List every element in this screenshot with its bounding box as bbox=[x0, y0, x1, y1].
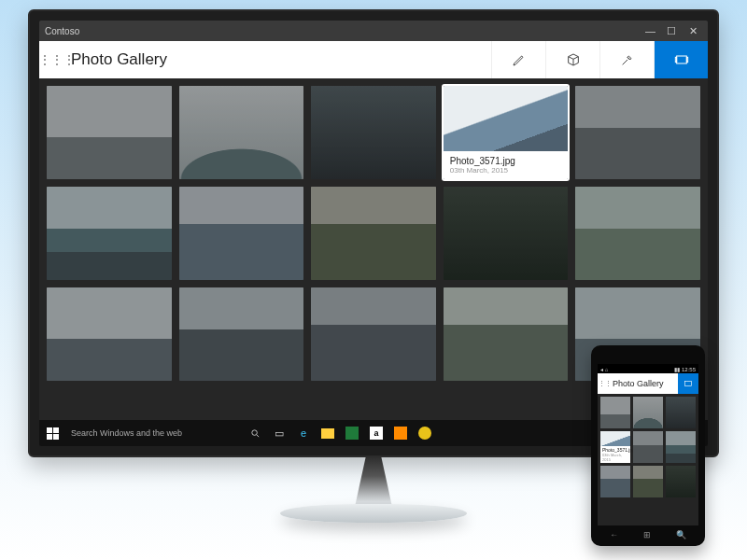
minimize-button[interactable]: — bbox=[641, 25, 659, 36]
phone-app-title: Photo Gallery bbox=[613, 379, 678, 388]
app-toolbar: ⋮⋮⋮ Photo Gallery bbox=[39, 41, 708, 78]
photo-grid: Photo_3571.jpg 03th March, 2015 bbox=[47, 86, 700, 381]
photo-thumbnail[interactable] bbox=[311, 187, 436, 280]
phone-device: ◂ ⌂ ▮▮ 12:55 ⋮⋮ Photo Gallery Photo_3571… bbox=[591, 345, 705, 546]
photo-thumbnail[interactable] bbox=[633, 431, 663, 463]
edit-button[interactable] bbox=[491, 41, 545, 78]
phone-photo-grid[interactable]: Photo_3571.jpg 03th March, 2015 bbox=[598, 394, 698, 500]
svg-rect-4 bbox=[685, 382, 692, 386]
photo-thumbnail[interactable] bbox=[311, 287, 436, 381]
photo-thumbnail[interactable] bbox=[666, 466, 696, 497]
taskbar-app-edge[interactable]: e bbox=[291, 420, 316, 446]
photo-thumbnail[interactable] bbox=[47, 86, 172, 179]
window-controls: — ☐ ✕ bbox=[641, 25, 702, 37]
photo-thumbnail[interactable] bbox=[179, 287, 304, 381]
phone-back-button[interactable]: ← bbox=[610, 530, 618, 539]
photo-caption: Photo_3571.jpg 03th March, 2015 bbox=[600, 446, 630, 463]
slideshow-icon bbox=[674, 52, 689, 67]
taskbar-search[interactable]: Search Windows and the web bbox=[65, 428, 243, 438]
hamburger-menu-icon[interactable]: ⋮⋮⋮ bbox=[39, 53, 71, 66]
windows-logo-icon bbox=[47, 427, 59, 440]
taskbar-app-explorer[interactable] bbox=[321, 428, 334, 439]
photo-thumbnail[interactable] bbox=[444, 287, 569, 381]
phone-screen: ◂ ⌂ ▮▮ 12:55 ⋮⋮ Photo Gallery Photo_3571… bbox=[598, 364, 698, 525]
taskbar-app-amazon[interactable]: a bbox=[370, 427, 383, 440]
photo-thumbnail[interactable] bbox=[47, 287, 172, 381]
photo-thumbnail[interactable] bbox=[600, 397, 630, 428]
taskbar-app-globe[interactable] bbox=[418, 427, 431, 440]
photo-thumbnail[interactable] bbox=[575, 86, 700, 179]
svg-rect-0 bbox=[676, 56, 686, 63]
taskbar-app-cube[interactable] bbox=[394, 427, 407, 440]
maximize-button[interactable]: ☐ bbox=[662, 25, 681, 37]
phone-search-button[interactable]: 🔍 bbox=[676, 530, 686, 539]
photo-thumbnail[interactable] bbox=[311, 86, 436, 179]
search-icon[interactable] bbox=[243, 420, 267, 446]
photo-thumbnail[interactable] bbox=[444, 187, 569, 280]
cube-icon bbox=[566, 52, 581, 67]
phone-app-toolbar: ⋮⋮ Photo Gallery bbox=[598, 373, 698, 394]
slideshow-icon bbox=[684, 379, 693, 388]
window-titlebar[interactable]: Contoso — ☐ ✕ bbox=[39, 21, 708, 41]
task-view-icon[interactable]: ▭ bbox=[267, 420, 291, 446]
close-button[interactable]: ✕ bbox=[684, 25, 702, 37]
phone-hamburger-icon[interactable]: ⋮⋮ bbox=[598, 380, 613, 387]
photo-thumbnail[interactable] bbox=[575, 187, 700, 280]
photo-thumbnail[interactable] bbox=[47, 187, 172, 280]
monitor-stand bbox=[280, 455, 467, 539]
svg-rect-2 bbox=[686, 57, 687, 62]
photo-filename: Photo_3571.jpg bbox=[450, 156, 562, 166]
photo-thumbnail-selected[interactable]: Photo_3571.jpg 03th March, 2015 bbox=[444, 86, 569, 179]
phone-slideshow-button[interactable] bbox=[678, 373, 698, 394]
photo-thumbnail[interactable] bbox=[633, 466, 663, 497]
eyedropper-icon bbox=[620, 52, 635, 67]
app-title: Photo Gallery bbox=[71, 50, 491, 69]
svg-rect-1 bbox=[675, 57, 676, 62]
photo-date: 03th March, 2015 bbox=[450, 166, 562, 175]
phone-status-left: ◂ ⌂ bbox=[600, 366, 608, 372]
cube-button[interactable] bbox=[545, 41, 599, 78]
phone-status-bar: ◂ ⌂ ▮▮ 12:55 bbox=[598, 364, 698, 373]
photo-thumbnail[interactable] bbox=[666, 431, 696, 463]
photo-caption: Photo_3571.jpg 03th March, 2015 bbox=[444, 151, 569, 179]
search-placeholder: Search Windows and the web bbox=[71, 428, 182, 438]
phone-status-right: ▮▮ 12:55 bbox=[674, 366, 696, 372]
photo-date: 03th March, 2015 bbox=[602, 453, 628, 462]
start-button[interactable] bbox=[39, 420, 65, 446]
photo-thumbnail[interactable] bbox=[179, 86, 304, 179]
photo-thumbnail-selected[interactable]: Photo_3571.jpg 03th March, 2015 bbox=[600, 431, 630, 463]
photo-thumbnail[interactable] bbox=[179, 187, 304, 280]
phone-nav-bar: ← ⊞ 🔍 bbox=[598, 527, 698, 542]
phone-home-button[interactable]: ⊞ bbox=[643, 530, 651, 539]
window-title: Contoso bbox=[45, 26, 79, 36]
pencil-icon bbox=[512, 52, 527, 67]
svg-point-3 bbox=[251, 429, 257, 435]
photo-thumbnail[interactable] bbox=[633, 397, 663, 428]
slideshow-button[interactable] bbox=[654, 41, 708, 78]
taskbar-app-store[interactable] bbox=[345, 427, 359, 440]
photo-thumbnail[interactable] bbox=[600, 466, 630, 497]
eyedropper-button[interactable] bbox=[599, 41, 654, 78]
photo-thumbnail[interactable] bbox=[666, 397, 696, 428]
